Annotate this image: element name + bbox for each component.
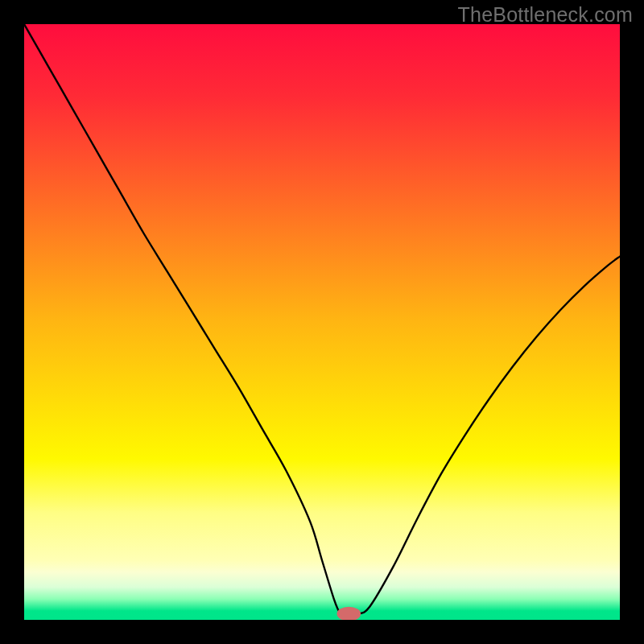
plot-area — [24, 24, 620, 620]
gradient-background — [24, 24, 620, 620]
watermark-text: TheBottleneck.com — [458, 3, 633, 27]
chart-frame: TheBottleneck.com — [0, 0, 644, 644]
chart-svg — [24, 24, 620, 620]
